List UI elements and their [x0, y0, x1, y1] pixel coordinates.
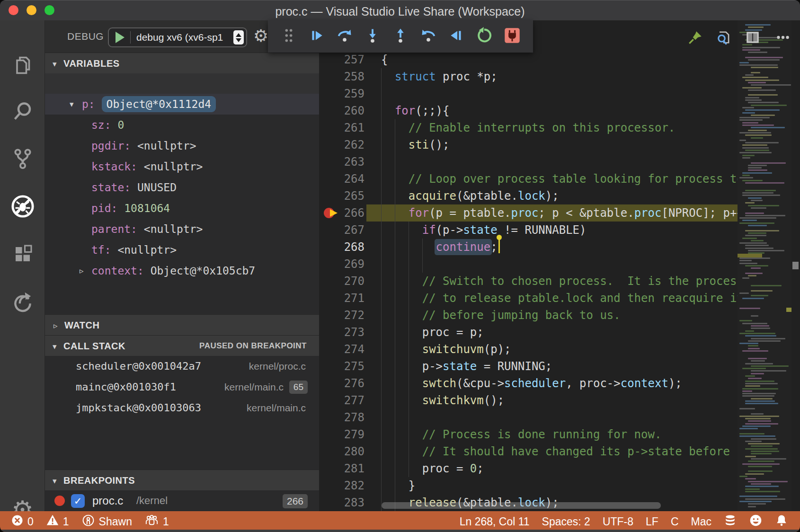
line-number[interactable]: 281 — [319, 460, 364, 477]
variables-scope-local[interactable]: ▾Local — [45, 73, 319, 94]
code-line-273[interactable]: 273 proc = p; — [319, 324, 738, 341]
toolbar-move-handle[interactable] — [279, 26, 298, 47]
stack-frame-row[interactable]: scheduler@0x001042a7kernel/proc.c — [45, 356, 319, 377]
line-number[interactable]: 262 — [319, 136, 364, 153]
line-number[interactable]: 258 — [319, 68, 364, 85]
line-number[interactable]: 280 — [319, 443, 364, 460]
breakpoint-row[interactable]: ✓proc.c/kernel266 — [45, 490, 319, 511]
status-language[interactable]: C — [671, 515, 679, 528]
status-database-button[interactable] — [724, 514, 737, 530]
code-line-274[interactable]: 274 switchuvm(p); — [319, 341, 738, 358]
variable-row-kstack[interactable]: kstack: <nullptr> — [45, 156, 319, 177]
code-line-269[interactable]: 269 — [319, 256, 738, 273]
line-number[interactable]: 257 — [319, 51, 364, 68]
line-number[interactable]: 270 — [319, 273, 364, 290]
open-file-search-button[interactable] — [714, 29, 733, 48]
status-warnings[interactable]: 1 — [46, 514, 69, 530]
code-line-279[interactable]: 279 // Process is done running for now. — [319, 426, 738, 443]
code-line-277[interactable]: 277 switchkvm(); — [319, 392, 738, 409]
line-number[interactable]: 265 — [319, 187, 364, 204]
code-line-262[interactable]: 262 sti(); — [319, 136, 738, 153]
sidebar-item-extensions[interactable] — [0, 237, 45, 271]
section-header-call-stack[interactable]: ▾CALL STACK PAUSED ON BREAKPOINT — [45, 335, 319, 356]
split-editor-button[interactable] — [743, 29, 762, 48]
sidebar-item-search[interactable] — [0, 94, 45, 128]
code-line-260[interactable]: 260 for(;;){ — [319, 102, 738, 119]
section-header-breakpoints[interactable]: ▾BREAKPOINTS — [45, 470, 319, 490]
status-errors[interactable]: 0 — [11, 514, 34, 530]
collapse-icon[interactable]: ▹ — [80, 260, 84, 281]
line-number[interactable]: 263 — [319, 153, 364, 170]
variable-row-parent[interactable]: parent: <nullptr> — [45, 219, 319, 239]
line-number[interactable]: 278 — [319, 409, 364, 426]
restart-button[interactable] — [475, 26, 494, 47]
pin-editor-button[interactable] — [686, 29, 705, 48]
breakpoint-checkbox[interactable]: ✓ — [71, 494, 85, 508]
breakpoint-paused-icon[interactable] — [324, 208, 343, 218]
variable-row-pid[interactable]: pid: 1081064 — [45, 198, 319, 219]
reverse-continue-button[interactable] — [447, 26, 466, 47]
code-line-278[interactable]: 278 — [319, 409, 738, 426]
code-line-281[interactable]: 281 proc = 0; — [319, 460, 738, 477]
line-number[interactable]: 283 — [319, 494, 364, 511]
launch-configuration-dropdown[interactable]: debug xv6 (xv6-sp1 — [108, 27, 247, 47]
line-number[interactable]: 267 — [319, 222, 364, 239]
status-participants[interactable]: 1 — [144, 513, 169, 531]
variable-row-sz[interactable]: sz: 0 — [45, 115, 319, 135]
sidebar-item-explorer[interactable] — [0, 48, 45, 82]
sidebar-item-debug[interactable] — [0, 189, 45, 223]
code-line-265[interactable]: 265 acquire(&ptable.lock); — [319, 187, 738, 204]
code-line-271[interactable]: 271 // to release ptable.lock and then r… — [319, 290, 738, 307]
code-line-268[interactable]: 268 continue; — [319, 239, 738, 256]
code-line-266[interactable]: 266 for(p = ptable.proc; p < &ptable.pro… — [319, 204, 738, 222]
sidebar-item-live-share[interactable] — [0, 284, 45, 318]
minimap[interactable] — [738, 20, 791, 511]
code-line-282[interactable]: 282 } — [319, 477, 738, 494]
status-cursor-position[interactable]: Ln 268, Col 11 — [460, 515, 530, 528]
code-line-270[interactable]: 270 // Switch to chosen process. It is t… — [319, 273, 738, 290]
stack-frame-row[interactable]: mainc@0x001030f1kernel/main.c65 — [45, 377, 319, 398]
variable-row-pgdir[interactable]: pgdir: <nullptr> — [45, 135, 319, 156]
line-number[interactable]: 273 — [319, 324, 364, 341]
line-number[interactable]: 259 — [319, 85, 364, 102]
status-encoding[interactable]: UTF-8 — [603, 515, 633, 528]
variable-row-tf[interactable]: tf: <nullptr> — [45, 239, 319, 260]
configure-gear-icon[interactable]: ⚙ — [253, 26, 268, 45]
start-debug-icon[interactable] — [116, 32, 124, 43]
overview-thumb[interactable] — [792, 262, 799, 269]
horizontal-scrollbar[interactable] — [382, 502, 661, 509]
stack-frame-row[interactable]: jmpkstack@0x00103063kernel/main.c — [45, 398, 319, 418]
code-line-267[interactable]: 267 if(p->state != RUNNABLE) — [319, 222, 738, 239]
line-number[interactable]: 272 — [319, 307, 364, 324]
code-line-258[interactable]: 258 struct proc *p; — [319, 68, 738, 85]
status-bell-button[interactable] — [775, 514, 788, 530]
continue-button[interactable] — [307, 26, 326, 47]
code-line-261[interactable]: 261 // Enable interrupts on this process… — [319, 119, 738, 136]
section-header-watch[interactable]: ▹WATCH — [45, 314, 319, 335]
dropdown-stepper-icon[interactable] — [233, 30, 244, 44]
code-line-276[interactable]: 276 swtch(&cpu->scheduler, proc->context… — [319, 375, 738, 392]
status-live-share-session[interactable]: Shawn — [81, 514, 132, 530]
code-area[interactable]: 257{258 struct proc *p;259260 for(;;){26… — [319, 20, 738, 511]
line-number[interactable]: 275 — [319, 358, 364, 375]
line-number[interactable]: 261 — [319, 119, 364, 136]
code-line-264[interactable]: 264 // Loop over process table looking f… — [319, 170, 738, 187]
more-actions-button[interactable] — [773, 29, 792, 48]
code-line-275[interactable]: 275 p->state = RUNNING; — [319, 358, 738, 375]
code-line-263[interactable]: 263 — [319, 153, 738, 170]
step-back-button[interactable] — [419, 26, 438, 47]
section-header-variables[interactable]: ▾VARIABLES — [45, 53, 319, 73]
line-number[interactable]: 271 — [319, 290, 364, 307]
line-number[interactable]: 264 — [319, 170, 364, 187]
code-line-257[interactable]: 257{ — [319, 51, 738, 68]
line-number[interactable]: 269 — [319, 256, 364, 273]
variable-row-p[interactable]: ▾p: Object@*0x1112d4 — [45, 94, 319, 115]
line-number[interactable]: 277 — [319, 392, 364, 409]
line-number[interactable]: 282 — [319, 477, 364, 494]
line-number[interactable]: 260 — [319, 102, 364, 119]
variable-row-context[interactable]: ▹context: Object@*0x105cb7 — [45, 260, 319, 281]
step-over-button[interactable] — [335, 26, 354, 47]
line-number[interactable]: 268 — [319, 239, 364, 256]
status-remote-name[interactable]: Mac — [691, 515, 711, 528]
sidebar-item-source-control[interactable] — [0, 142, 45, 176]
